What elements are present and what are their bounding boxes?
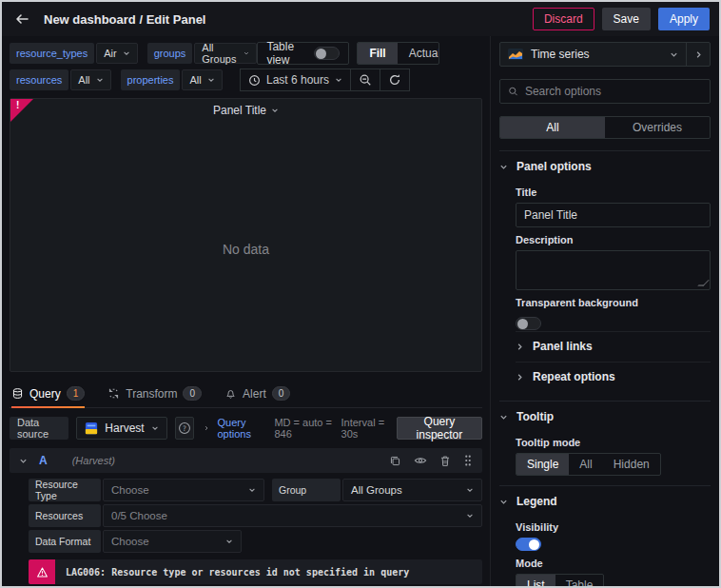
actual-option[interactable]: Actual bbox=[398, 43, 439, 64]
options-search-input[interactable] bbox=[525, 85, 702, 98]
panel-title-menu[interactable]: Panel Title bbox=[10, 104, 481, 117]
datasource-label: Data source bbox=[10, 417, 68, 440]
datasource-picker[interactable]: Harvest bbox=[76, 417, 166, 440]
tab-alert[interactable]: Alert 0 bbox=[224, 380, 290, 407]
chevron-down-icon bbox=[499, 413, 508, 421]
repeat-options-section[interactable]: Repeat options bbox=[516, 362, 711, 391]
panel-title-input[interactable] bbox=[516, 203, 711, 227]
refresh-button[interactable] bbox=[380, 69, 410, 91]
database-icon bbox=[11, 387, 24, 400]
tooltip-mode-all[interactable]: All bbox=[569, 454, 602, 475]
no-data-message: No data bbox=[10, 242, 481, 257]
transform-icon bbox=[107, 387, 120, 400]
panel-links-section[interactable]: Panel links bbox=[516, 331, 711, 361]
fill-option[interactable]: Fill bbox=[358, 43, 397, 64]
query-row-header: A (Harvest) bbox=[10, 448, 482, 473]
chevron-down-icon bbox=[466, 512, 474, 519]
variable-value-dropdown[interactable]: Air bbox=[96, 43, 137, 64]
svg-text:?: ? bbox=[183, 424, 186, 433]
datasource-row: Data source Harvest ? Query options MD =… bbox=[10, 416, 482, 441]
variable-label[interactable]: groups bbox=[147, 43, 193, 64]
tab-query[interactable]: Query 1 bbox=[11, 380, 85, 407]
chevron-down-icon bbox=[499, 498, 508, 506]
query-options-toggle[interactable]: Query options MD = auto = 846 Interval =… bbox=[204, 417, 388, 440]
collapse-pane-button[interactable] bbox=[686, 43, 710, 66]
resource-type-select[interactable]: Choose bbox=[103, 479, 264, 501]
data-format-label: Data Format bbox=[29, 530, 101, 553]
resource-type-row: Resource Type Choose Group All Groups bbox=[29, 479, 482, 501]
query-datasource-hint: (Harvest) bbox=[72, 455, 115, 466]
zoom-out-button[interactable] bbox=[350, 69, 380, 91]
chevron-right-icon bbox=[516, 373, 524, 382]
tooltip-header[interactable]: Tooltip bbox=[499, 403, 711, 430]
table-view-toggle[interactable] bbox=[314, 47, 340, 60]
delete-query-icon[interactable] bbox=[439, 455, 451, 467]
query-warning: LAG006: Resource type or resources id no… bbox=[29, 559, 482, 584]
header-actions: Discard Save Apply bbox=[533, 8, 710, 30]
duplicate-query-icon[interactable] bbox=[389, 455, 401, 467]
search-icon bbox=[508, 86, 518, 97]
panel-options-header[interactable]: Panel options bbox=[499, 153, 711, 180]
variable-groups: groups All Groups bbox=[147, 43, 258, 64]
options-filter-tabs: All Overrides bbox=[499, 116, 711, 139]
legend-visibility-label: Visibility bbox=[516, 521, 558, 533]
variables-row-1: resource_types Air groups All Groups bbox=[10, 42, 482, 65]
collapse-query-icon[interactable] bbox=[19, 457, 28, 465]
table-view-toggle-group[interactable]: Table view bbox=[257, 42, 349, 65]
panel-edit-area: resource_types Air groups All Groups bbox=[2, 36, 490, 586]
chevron-down-icon bbox=[271, 107, 279, 114]
chevron-right-icon bbox=[694, 50, 703, 59]
transform-count-badge: 0 bbox=[183, 386, 202, 401]
tooltip-mode-hidden[interactable]: Hidden bbox=[603, 454, 660, 475]
variable-value-dropdown[interactable]: All Groups bbox=[194, 43, 257, 64]
variable-label[interactable]: resources bbox=[10, 69, 68, 90]
legend-visibility-toggle[interactable] bbox=[516, 538, 541, 551]
section-panel-options: Panel options Title Description Transpar… bbox=[499, 150, 711, 401]
panel-preview: ! Panel Title No data bbox=[10, 98, 482, 372]
data-format-select[interactable]: Choose bbox=[103, 530, 242, 553]
visualization-picker[interactable]: Time series bbox=[500, 43, 686, 66]
tab-transform[interactable]: Transform 0 bbox=[107, 380, 202, 407]
resources-label: Resources bbox=[29, 504, 101, 527]
clock-icon bbox=[248, 74, 261, 87]
group-select[interactable]: All Groups bbox=[342, 479, 482, 501]
section-tooltip: Tooltip Tooltip mode Single All Hidden bbox=[499, 401, 711, 485]
chevron-down-icon bbox=[151, 424, 159, 432]
resources-select[interactable]: 0/5 Choose bbox=[103, 504, 482, 527]
datasource-help-button[interactable]: ? bbox=[175, 417, 195, 440]
variable-value-dropdown[interactable]: All bbox=[70, 69, 110, 90]
time-controls: Last 6 hours bbox=[240, 69, 410, 91]
tab-all-options[interactable]: All bbox=[500, 117, 605, 138]
tooltip-mode-single[interactable]: Single bbox=[516, 454, 569, 475]
editor-tabs: Query 1 Transform 0 Alert 0 bbox=[10, 380, 482, 408]
chevron-down-icon bbox=[244, 49, 249, 57]
top-header: New dashboard / Edit Panel Discard Save … bbox=[2, 2, 719, 36]
query-inspector-button[interactable]: Query inspector bbox=[397, 417, 482, 440]
options-search[interactable] bbox=[499, 79, 711, 104]
legend-header[interactable]: Legend bbox=[499, 488, 711, 515]
group-label: Group bbox=[272, 479, 341, 501]
drag-handle-icon[interactable] bbox=[463, 454, 473, 467]
legend-mode-table[interactable]: Table bbox=[555, 575, 604, 586]
variable-label[interactable]: resource_types bbox=[10, 43, 94, 64]
hide-query-icon[interactable] bbox=[414, 454, 427, 467]
legend-mode-list[interactable]: List bbox=[516, 575, 555, 586]
transparent-bg-toggle[interactable] bbox=[516, 317, 541, 330]
variable-resource-types: resource_types Air bbox=[10, 43, 138, 64]
chevron-down-icon bbox=[207, 76, 215, 84]
variable-label[interactable]: properties bbox=[121, 69, 181, 90]
save-button[interactable]: Save bbox=[602, 8, 651, 30]
description-textarea[interactable] bbox=[516, 250, 711, 290]
resources-row: Resources 0/5 Choose bbox=[29, 504, 482, 527]
apply-button[interactable]: Apply bbox=[658, 8, 710, 30]
tab-overrides[interactable]: Overrides bbox=[605, 117, 710, 138]
time-series-viz-icon bbox=[508, 49, 523, 60]
variable-value-dropdown[interactable]: All bbox=[182, 69, 222, 90]
title-field-label: Title bbox=[516, 186, 536, 198]
time-range-picker[interactable]: Last 6 hours bbox=[240, 69, 351, 91]
query-ref-id[interactable]: A bbox=[39, 454, 48, 467]
discard-button[interactable]: Discard bbox=[533, 8, 594, 30]
chevron-down-icon bbox=[466, 486, 474, 494]
variable-properties: properties All bbox=[121, 69, 223, 90]
back-arrow-icon[interactable] bbox=[11, 9, 32, 29]
